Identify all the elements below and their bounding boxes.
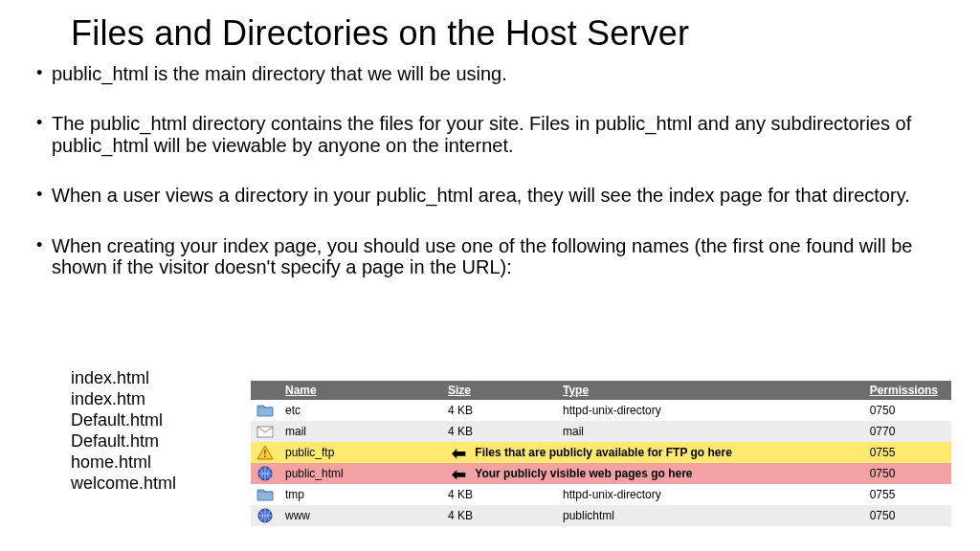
cell-name[interactable]: www: [279, 505, 442, 526]
cell-type: httpd-unix-directory: [557, 484, 864, 505]
bullet-dot: •: [34, 235, 52, 278]
cell-permissions: 0770: [864, 421, 951, 442]
globe-icon: [251, 463, 279, 484]
header-icon: [251, 381, 279, 400]
cell-permissions: 0755: [864, 442, 951, 463]
cell-type: mail: [557, 421, 864, 442]
header-type[interactable]: Type: [557, 381, 864, 400]
table-row[interactable]: etc4 KBhttpd-unix-directory0750: [251, 400, 951, 421]
cell-description: ⬅ Files that are publicly available for …: [442, 442, 864, 463]
bullet-text: When creating your index page, you shoul…: [52, 235, 951, 278]
index-filename: Default.html: [71, 410, 176, 431]
index-filename: index.html: [71, 368, 176, 389]
bullet-item: • The public_html directory contains the…: [34, 113, 951, 156]
cell-type: publichtml: [557, 505, 864, 526]
cell-permissions: 0750: [864, 400, 951, 421]
cell-size: 4 KB: [442, 400, 557, 421]
index-filename: Default.htm: [71, 431, 176, 452]
index-filename: index.htm: [71, 389, 176, 410]
bullet-item: • When a user views a directory in your …: [34, 185, 951, 206]
cell-permissions: 0750: [864, 463, 951, 484]
svg-text:!: !: [263, 449, 266, 459]
table-header-row: Name Size Type Permissions: [251, 381, 951, 400]
globe-icon: [251, 505, 279, 526]
bullet-text: The public_html directory contains the f…: [52, 113, 951, 156]
bullet-item: • public_html is the main directory that…: [34, 63, 951, 84]
arrow-left-icon: ⬅: [452, 449, 466, 458]
cell-name[interactable]: etc: [279, 400, 442, 421]
bullet-dot: •: [34, 185, 52, 206]
highlight-text: Your publicly visible web pages go here: [475, 467, 692, 480]
highlight-text: Files that are publicly available for FT…: [475, 446, 732, 459]
bullet-text: When a user views a directory in your pu…: [52, 185, 951, 206]
index-filename: welcome.html: [71, 474, 176, 495]
bullet-dot: •: [34, 113, 52, 156]
cell-permissions: 0750: [864, 505, 951, 526]
cell-size: 4 KB: [442, 421, 557, 442]
table-row[interactable]: mail4 KBmail0770: [251, 421, 951, 442]
mail-icon: [251, 421, 279, 442]
bullet-dot: •: [34, 63, 52, 84]
arrow-left-icon: ⬅: [452, 470, 466, 479]
table-row[interactable]: www4 KBpublichtml0750: [251, 505, 951, 526]
header-name[interactable]: Name: [279, 381, 442, 400]
index-filename: home.html: [71, 452, 176, 474]
cell-size: 4 KB: [442, 484, 557, 505]
table-row[interactable]: public_html⬅ Your publicly visible web p…: [251, 463, 951, 484]
file-listing-table: Name Size Type Permissions etc4 KBhttpd-…: [251, 381, 951, 526]
cell-name[interactable]: tmp: [279, 484, 442, 505]
header-size[interactable]: Size: [442, 381, 557, 400]
cell-name[interactable]: public_ftp: [279, 442, 442, 463]
folder-icon: [251, 484, 279, 505]
cell-description: ⬅ Your publicly visible web pages go her…: [442, 463, 864, 484]
warn-icon: !: [251, 442, 279, 463]
bullet-item: • When creating your index page, you sho…: [34, 235, 951, 278]
bullet-list: • public_html is the main directory that…: [0, 54, 980, 277]
cell-permissions: 0755: [864, 484, 951, 505]
cell-name[interactable]: mail: [279, 421, 442, 442]
folder-icon: [251, 400, 279, 421]
table-row[interactable]: !public_ftp⬅ Files that are publicly ava…: [251, 442, 951, 463]
cell-type: httpd-unix-directory: [557, 400, 864, 421]
header-permissions[interactable]: Permissions: [864, 381, 951, 400]
cell-size: 4 KB: [442, 505, 557, 526]
page-title: Files and Directories on the Host Server: [0, 0, 980, 54]
index-filenames-list: index.html index.htm Default.html Defaul…: [0, 366, 176, 495]
table-row[interactable]: tmp4 KBhttpd-unix-directory0755: [251, 484, 951, 505]
cell-name[interactable]: public_html: [279, 463, 442, 484]
bullet-text: public_html is the main directory that w…: [52, 63, 951, 84]
